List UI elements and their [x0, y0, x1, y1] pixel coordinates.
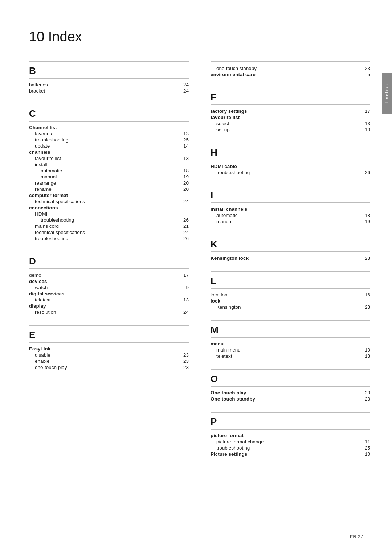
section-letter: K — [211, 239, 370, 252]
index-entry: one-touch play23 — [29, 364, 189, 370]
index-entry: teletext13 — [211, 353, 370, 359]
entry-label: one-touch standby — [211, 66, 257, 71]
entry-label: technical specifications — [29, 230, 85, 235]
entry-page: 20 — [183, 186, 189, 192]
entry-page: 24 — [183, 309, 189, 315]
section-divider — [211, 61, 370, 62]
entry-label: digital services — [29, 291, 65, 296]
index-entry: technical specifications24 — [29, 229, 189, 235]
index-section: OOne-touch play23One-touch standby23 — [211, 369, 370, 402]
entry-label: troubleshooting — [211, 445, 250, 451]
section-divider — [211, 186, 370, 186]
entry-label: install channels — [211, 206, 247, 212]
entry-page: 23 — [365, 255, 370, 261]
entry-label: watch — [29, 285, 48, 290]
index-entry: location16 — [211, 292, 370, 298]
entry-page: 14 — [183, 143, 189, 149]
section-divider — [29, 325, 189, 326]
index-entry: troubleshooting26 — [29, 217, 189, 223]
section-letter: C — [29, 108, 189, 122]
index-section: HHDMI cabletroubleshooting26 — [211, 143, 370, 176]
index-entry: picture format change11 — [211, 439, 370, 445]
entry-page: 13 — [365, 121, 370, 126]
section-letter: B — [29, 65, 189, 79]
index-entry: resolution24 — [29, 309, 189, 315]
entry-label: batteries — [29, 82, 48, 87]
entry-label: channels — [29, 149, 50, 155]
section-divider — [211, 412, 370, 413]
entry-page: 24 — [183, 82, 189, 87]
index-entry: menu — [211, 341, 370, 347]
section-letter: L — [211, 275, 370, 289]
index-entry: watch9 — [29, 284, 189, 291]
entry-label: Kensington lock — [211, 255, 249, 261]
entry-page: 17 — [183, 272, 189, 278]
entry-label: install — [29, 162, 48, 167]
section-letter: P — [211, 416, 370, 430]
left-column: Bbatteries24bracket24CChannel listfavour… — [29, 59, 189, 467]
index-entry: teletext13 — [29, 297, 189, 303]
index-entry: troubleshooting25 — [29, 137, 189, 143]
index-entry: manual19 — [29, 174, 189, 180]
entry-label: automatic — [29, 168, 62, 173]
entry-page: 26 — [183, 217, 189, 223]
entry-page: 24 — [183, 88, 189, 94]
index-entry: automatic18 — [29, 168, 189, 174]
entry-page: 25 — [365, 445, 370, 451]
entry-label: manual — [211, 219, 232, 224]
entry-page: 10 — [365, 451, 370, 457]
index-entry: one-touch standby23 — [211, 65, 370, 71]
index-entry: Channel list — [29, 124, 189, 131]
entry-page: 19 — [365, 219, 370, 224]
entry-label: technical specifications — [29, 199, 85, 204]
entry-page: 11 — [365, 439, 370, 444]
entry-label: favourite list — [29, 156, 61, 161]
entry-label: select — [211, 121, 229, 126]
section-divider — [29, 252, 189, 252]
entry-page: 23 — [183, 358, 189, 364]
index-entry: manual19 — [211, 218, 370, 225]
index-section: Ppicture formatpicture format change11tr… — [211, 412, 370, 457]
entry-label: set up — [211, 127, 230, 132]
entry-page: 24 — [183, 199, 189, 204]
entry-page: 23 — [183, 352, 189, 358]
entry-label: automatic — [211, 213, 238, 218]
entry-label: teletext — [211, 353, 232, 359]
entry-page: 23 — [365, 396, 370, 402]
entry-label: resolution — [29, 309, 56, 315]
footer-lang: EN — [350, 534, 356, 539]
entry-label: troubleshooting — [29, 217, 74, 223]
section-letter: H — [211, 147, 370, 160]
index-entry: connections — [29, 205, 189, 211]
entry-page: 13 — [365, 353, 370, 359]
entry-label: environmental care — [211, 72, 256, 77]
index-entry: picture format — [211, 432, 370, 439]
page-container: 10 Index Bbatteries24bracket24CChannel l… — [0, 0, 392, 489]
index-section: Mmenumain menu10teletext13 — [211, 320, 370, 359]
entry-label: demo — [29, 272, 41, 278]
entry-page: 23 — [365, 390, 370, 395]
entry-page: 17 — [365, 108, 370, 114]
footer-page: 27 — [358, 534, 363, 539]
entry-label: display — [29, 303, 46, 309]
section-divider — [211, 235, 370, 235]
entry-label: bracket — [29, 88, 45, 94]
index-entry: digital services — [29, 291, 189, 297]
index-entry: devices — [29, 278, 189, 284]
side-tab-label: English — [384, 83, 389, 103]
entry-label: HDMI — [29, 211, 48, 217]
entry-label: factory settings — [211, 108, 247, 114]
index-entry: bracket24 — [29, 88, 189, 94]
entry-label: enable — [29, 358, 50, 364]
section-divider — [211, 369, 370, 370]
entry-label: menu — [211, 341, 224, 346]
index-entry: One-touch play23 — [211, 390, 370, 396]
entry-label: main menu — [211, 347, 241, 353]
section-divider — [29, 61, 189, 62]
index-entry: set up13 — [211, 127, 370, 133]
entry-page: 20 — [183, 180, 189, 186]
section-letter: E — [29, 329, 189, 343]
entry-page: 26 — [183, 236, 189, 241]
entry-label: favourite — [29, 131, 54, 136]
section-letter: D — [29, 256, 189, 269]
